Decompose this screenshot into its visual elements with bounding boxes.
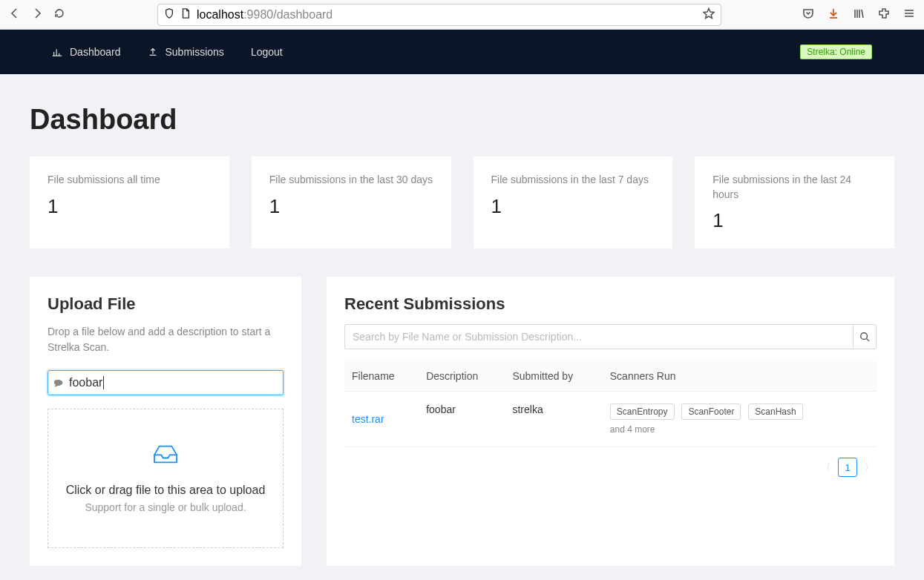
- message-icon: [54, 378, 65, 388]
- stat-label: File submissions in the last 30 days: [269, 173, 433, 188]
- upload-icon: [148, 47, 158, 57]
- cell-submitted-by: strelka: [505, 392, 602, 447]
- stat-label: File submissions in the last 24 hours: [712, 173, 877, 202]
- page-next-icon[interactable]: 〉: [865, 461, 874, 474]
- col-submitted-by: Submitted by: [505, 361, 602, 392]
- scanners-more: and 4 more: [610, 424, 869, 435]
- page-icon: [180, 8, 191, 22]
- submissions-table: Filename Description Submitted by Scanne…: [344, 361, 877, 447]
- page-title: Dashboard: [30, 104, 894, 136]
- recent-heading: Recent Submissions: [344, 294, 877, 314]
- stat-value: 1: [269, 195, 433, 218]
- stat-value: 1: [712, 209, 877, 232]
- table-header-row: Filename Description Submitted by Scanne…: [344, 361, 877, 392]
- col-filename: Filename: [344, 361, 419, 392]
- library-icon[interactable]: [853, 7, 865, 22]
- pagination: 〈 1 〉: [344, 447, 877, 477]
- search-input[interactable]: [344, 324, 853, 349]
- cell-description: foobar: [419, 392, 505, 447]
- stat-card: File submissions all time 1: [30, 156, 229, 248]
- description-input-wrapper[interactable]: foobar: [47, 370, 284, 395]
- forward-icon[interactable]: [31, 7, 43, 22]
- filename-link[interactable]: test.rar: [352, 413, 384, 425]
- dropzone-subtitle: Support for a single or bulk upload.: [56, 501, 275, 513]
- nav-submissions[interactable]: Submissions: [148, 46, 224, 58]
- table-row: test.rar foobar strelka ScanEntropy Scan…: [344, 392, 877, 447]
- page-body: Dashboard File submissions all time 1 Fi…: [0, 74, 924, 566]
- stat-value: 1: [491, 195, 655, 218]
- svg-point-3: [861, 333, 868, 340]
- page-prev-icon[interactable]: 〈: [822, 461, 830, 474]
- stat-card: File submissions in the last 24 hours 1: [695, 156, 894, 248]
- scanner-tag: ScanHash: [748, 403, 802, 420]
- bookmark-star-icon[interactable]: [703, 7, 715, 22]
- stat-value: 1: [47, 195, 212, 218]
- app-nav: Dashboard Submissions Logout Strelka: On…: [0, 30, 924, 74]
- stat-label: File submissions all time: [47, 173, 212, 188]
- nav-dashboard-label: Dashboard: [70, 46, 121, 58]
- search-wrapper: [344, 324, 877, 349]
- browser-nav-buttons: [9, 7, 65, 22]
- back-icon[interactable]: [9, 7, 21, 22]
- svg-point-1: [59, 383, 59, 383]
- scanner-tag: ScanFooter: [681, 403, 741, 420]
- page-number[interactable]: 1: [838, 458, 857, 477]
- stats-row: File submissions all time 1 File submiss…: [30, 156, 894, 248]
- recent-panel: Recent Submissions Filename Description …: [327, 277, 894, 566]
- nav-submissions-label: Submissions: [166, 46, 224, 58]
- nav-logout[interactable]: Logout: [251, 46, 283, 58]
- main-row: Upload File Drop a file below and add a …: [30, 277, 894, 566]
- extensions-icon[interactable]: [878, 7, 890, 22]
- col-description: Description: [419, 361, 505, 392]
- shield-icon: [164, 8, 174, 22]
- upload-panel: Upload File Drop a file below and add a …: [30, 277, 301, 566]
- cell-scanners: ScanEntropy ScanFooter ScanHash and 4 mo…: [603, 392, 877, 447]
- dropzone-title: Click or drag file to this area to uploa…: [56, 484, 275, 497]
- scanner-tag: ScanEntropy: [610, 403, 675, 420]
- status-badge: Strelka: Online: [800, 45, 872, 59]
- col-scanners: Scanners Run: [603, 361, 877, 392]
- stat-label: File submissions in the last 7 days: [491, 173, 655, 188]
- browser-right-icons: [802, 7, 915, 22]
- upload-heading: Upload File: [47, 294, 284, 314]
- search-icon: [859, 332, 870, 342]
- stat-card: File submissions in the last 7 days 1: [474, 156, 673, 248]
- menu-icon[interactable]: [903, 7, 915, 22]
- svg-point-0: [57, 383, 58, 383]
- file-dropzone[interactable]: Click or drag file to this area to uploa…: [47, 409, 284, 548]
- svg-point-2: [61, 383, 62, 383]
- download-icon[interactable]: [828, 7, 839, 22]
- description-input[interactable]: foobar: [69, 376, 104, 389]
- bar-chart-icon: [52, 47, 62, 57]
- upload-hint: Drop a file below and add a description …: [47, 324, 284, 355]
- address-bar[interactable]: localhost:9980/dashboard: [157, 4, 721, 26]
- browser-toolbar: localhost:9980/dashboard: [0, 0, 924, 30]
- url-text: localhost:9980/dashboard: [197, 8, 332, 22]
- nav-dashboard[interactable]: Dashboard: [52, 46, 121, 58]
- inbox-icon: [151, 438, 180, 467]
- pocket-icon[interactable]: [802, 7, 814, 22]
- search-button[interactable]: [853, 324, 877, 349]
- nav-logout-label: Logout: [251, 46, 283, 58]
- stat-card: File submissions in the last 30 days 1: [252, 156, 451, 248]
- reload-icon[interactable]: [53, 7, 65, 22]
